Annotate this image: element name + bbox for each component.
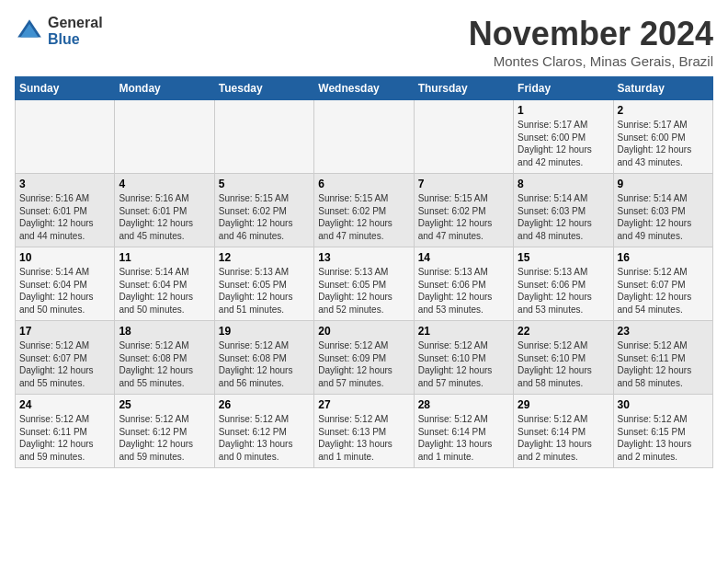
calendar-cell: 5Sunrise: 5:15 AM Sunset: 6:02 PM Daylig… [214,174,313,247]
day-number: 13 [318,251,409,264]
day-number: 5 [219,178,310,190]
day-number: 21 [418,325,509,338]
logo-general-text: General [48,15,103,31]
day-number: 3 [19,178,110,190]
day-info: Sunrise: 5:16 AM Sunset: 6:01 PM Dayligh… [119,192,210,242]
calendar-cell: 4Sunrise: 5:16 AM Sunset: 6:01 PM Daylig… [115,174,214,247]
calendar-cell: 2Sunrise: 5:17 AM Sunset: 6:00 PM Daylig… [613,100,712,174]
weekday-header-cell: Friday [514,77,613,100]
calendar-cell: 25Sunrise: 5:12 AM Sunset: 6:12 PM Dayli… [115,395,214,468]
calendar-cell: 27Sunrise: 5:12 AM Sunset: 6:13 PM Dayli… [314,395,414,468]
calendar-cell: 17Sunrise: 5:12 AM Sunset: 6:07 PM Dayli… [16,321,115,395]
calendar-cell: 23Sunrise: 5:12 AM Sunset: 6:11 PM Dayli… [613,321,712,395]
calendar-cell: 8Sunrise: 5:14 AM Sunset: 6:03 PM Daylig… [514,174,613,247]
calendar-cell: 1Sunrise: 5:17 AM Sunset: 6:00 PM Daylig… [514,100,613,174]
day-info: Sunrise: 5:14 AM Sunset: 6:03 PM Dayligh… [518,192,609,242]
day-info: Sunrise: 5:13 AM Sunset: 6:06 PM Dayligh… [518,266,609,316]
calendar-cell [414,100,513,174]
calendar-cell: 7Sunrise: 5:15 AM Sunset: 6:02 PM Daylig… [414,174,513,247]
day-number: 6 [318,178,409,190]
day-info: Sunrise: 5:12 AM Sunset: 6:14 PM Dayligh… [418,413,509,463]
calendar-cell: 30Sunrise: 5:12 AM Sunset: 6:15 PM Dayli… [613,395,712,468]
day-number: 10 [19,251,110,264]
day-info: Sunrise: 5:12 AM Sunset: 6:09 PM Dayligh… [318,339,409,389]
day-info: Sunrise: 5:16 AM Sunset: 6:01 PM Dayligh… [19,192,110,242]
location: Montes Claros, Minas Gerais, Brazil [469,53,713,69]
day-info: Sunrise: 5:14 AM Sunset: 6:04 PM Dayligh… [19,266,110,316]
calendar-cell: 6Sunrise: 5:15 AM Sunset: 6:02 PM Daylig… [314,174,414,247]
calendar-cell: 16Sunrise: 5:12 AM Sunset: 6:07 PM Dayli… [613,247,712,321]
day-info: Sunrise: 5:12 AM Sunset: 6:07 PM Dayligh… [618,266,709,316]
day-number: 30 [618,398,709,411]
month-title: November 2024 [469,15,713,53]
day-number: 11 [119,251,210,264]
day-number: 17 [19,325,110,338]
day-info: Sunrise: 5:12 AM Sunset: 6:08 PM Dayligh… [219,339,310,389]
calendar-cell: 18Sunrise: 5:12 AM Sunset: 6:08 PM Dayli… [115,321,214,395]
day-info: Sunrise: 5:15 AM Sunset: 6:02 PM Dayligh… [219,192,310,242]
calendar-cell: 24Sunrise: 5:12 AM Sunset: 6:11 PM Dayli… [16,395,115,468]
day-info: Sunrise: 5:12 AM Sunset: 6:10 PM Dayligh… [418,339,509,389]
day-info: Sunrise: 5:12 AM Sunset: 6:12 PM Dayligh… [119,413,210,463]
day-info: Sunrise: 5:13 AM Sunset: 6:05 PM Dayligh… [318,266,409,316]
calendar-cell: 15Sunrise: 5:13 AM Sunset: 6:06 PM Dayli… [514,247,613,321]
calendar-week-row: 3Sunrise: 5:16 AM Sunset: 6:01 PM Daylig… [16,174,713,247]
day-number: 14 [418,251,509,264]
calendar-cell: 19Sunrise: 5:12 AM Sunset: 6:08 PM Dayli… [214,321,313,395]
day-info: Sunrise: 5:12 AM Sunset: 6:10 PM Dayligh… [518,339,609,389]
calendar-week-row: 24Sunrise: 5:12 AM Sunset: 6:11 PM Dayli… [16,395,713,468]
day-number: 20 [318,325,409,338]
header: General Blue November 2024 Montes Claros… [15,15,713,69]
day-info: Sunrise: 5:12 AM Sunset: 6:14 PM Dayligh… [518,413,609,463]
day-number: 15 [518,251,609,264]
calendar-cell: 20Sunrise: 5:12 AM Sunset: 6:09 PM Dayli… [314,321,414,395]
weekday-header-cell: Thursday [414,77,513,100]
day-number: 9 [618,178,709,190]
day-number: 8 [518,178,609,190]
day-info: Sunrise: 5:13 AM Sunset: 6:06 PM Dayligh… [418,266,509,316]
calendar: SundayMondayTuesdayWednesdayThursdayFrid… [15,76,713,468]
day-number: 16 [618,251,709,264]
calendar-cell: 9Sunrise: 5:14 AM Sunset: 6:03 PM Daylig… [613,174,712,247]
day-info: Sunrise: 5:12 AM Sunset: 6:13 PM Dayligh… [318,413,409,463]
day-number: 1 [518,104,609,117]
day-info: Sunrise: 5:12 AM Sunset: 6:08 PM Dayligh… [119,339,210,389]
day-info: Sunrise: 5:15 AM Sunset: 6:02 PM Dayligh… [318,192,409,242]
day-info: Sunrise: 5:12 AM Sunset: 6:11 PM Dayligh… [19,413,110,463]
day-info: Sunrise: 5:12 AM Sunset: 6:15 PM Dayligh… [618,413,709,463]
day-number: 23 [618,325,709,338]
calendar-week-row: 17Sunrise: 5:12 AM Sunset: 6:07 PM Dayli… [16,321,713,395]
calendar-cell: 10Sunrise: 5:14 AM Sunset: 6:04 PM Dayli… [16,247,115,321]
calendar-cell: 14Sunrise: 5:13 AM Sunset: 6:06 PM Dayli… [414,247,513,321]
day-info: Sunrise: 5:14 AM Sunset: 6:04 PM Dayligh… [119,266,210,316]
day-number: 18 [119,325,210,338]
calendar-week-row: 10Sunrise: 5:14 AM Sunset: 6:04 PM Dayli… [16,247,713,321]
calendar-cell [16,100,115,174]
calendar-cell: 12Sunrise: 5:13 AM Sunset: 6:05 PM Dayli… [214,247,313,321]
day-number: 27 [318,398,409,411]
calendar-cell: 29Sunrise: 5:12 AM Sunset: 6:14 PM Dayli… [514,395,613,468]
day-info: Sunrise: 5:13 AM Sunset: 6:05 PM Dayligh… [219,266,310,316]
logo-blue-text: Blue [48,31,103,48]
day-info: Sunrise: 5:12 AM Sunset: 6:12 PM Dayligh… [219,413,310,463]
weekday-header-cell: Wednesday [314,77,414,100]
weekday-header-row: SundayMondayTuesdayWednesdayThursdayFrid… [16,77,713,100]
calendar-cell: 28Sunrise: 5:12 AM Sunset: 6:14 PM Dayli… [414,395,513,468]
day-number: 4 [119,178,210,190]
day-number: 19 [219,325,310,338]
calendar-cell: 3Sunrise: 5:16 AM Sunset: 6:01 PM Daylig… [16,174,115,247]
calendar-cell: 22Sunrise: 5:12 AM Sunset: 6:10 PM Dayli… [514,321,613,395]
calendar-body: 1Sunrise: 5:17 AM Sunset: 6:00 PM Daylig… [16,100,713,468]
day-number: 7 [418,178,509,190]
day-info: Sunrise: 5:17 AM Sunset: 6:00 PM Dayligh… [518,119,609,168]
day-number: 26 [219,398,310,411]
day-info: Sunrise: 5:15 AM Sunset: 6:02 PM Dayligh… [418,192,509,242]
day-number: 24 [19,398,110,411]
day-info: Sunrise: 5:12 AM Sunset: 6:11 PM Dayligh… [618,339,709,389]
day-number: 2 [618,104,709,117]
day-info: Sunrise: 5:17 AM Sunset: 6:00 PM Dayligh… [618,119,709,168]
calendar-cell [214,100,313,174]
weekday-header-cell: Saturday [613,77,712,100]
day-number: 28 [418,398,509,411]
logo-icon [15,17,44,46]
